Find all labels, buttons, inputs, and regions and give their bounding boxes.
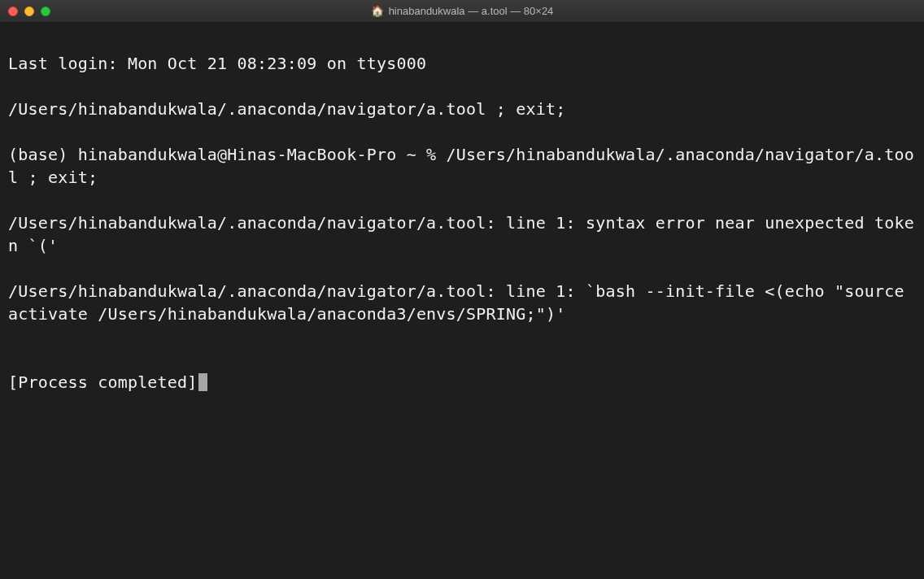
maximize-button[interactable] [41,7,50,16]
terminal-line: /Users/hinabandukwala/.anaconda/navigato… [8,280,916,325]
window-titlebar: 🏠 hinabandukwala — a.tool — 80×24 [0,0,924,23]
terminal-line: /Users/hinabandukwala/.anaconda/navigato… [8,98,916,120]
window-title-wrap: 🏠 hinabandukwala — a.tool — 80×24 [0,5,924,17]
terminal-output[interactable]: Last login: Mon Oct 21 08:23:09 on ttys0… [0,23,924,423]
terminal-line: /Users/hinabandukwala/.anaconda/navigato… [8,211,916,257]
minimize-button[interactable] [24,7,34,16]
process-status-text: [Process completed] [8,371,198,394]
terminal-line: (base) hinabandukwala@Hinas-MacBook-Pro … [8,143,916,189]
traffic-lights [8,7,50,16]
window-title: hinabandukwala — a.tool — 80×24 [389,5,554,17]
terminal-line: Last login: Mon Oct 21 08:23:09 on ttys0… [8,52,916,75]
home-icon: 🏠 [371,6,384,16]
process-status-line: [Process completed] [8,371,916,394]
cursor-icon [198,373,207,391]
close-button[interactable] [8,7,18,16]
